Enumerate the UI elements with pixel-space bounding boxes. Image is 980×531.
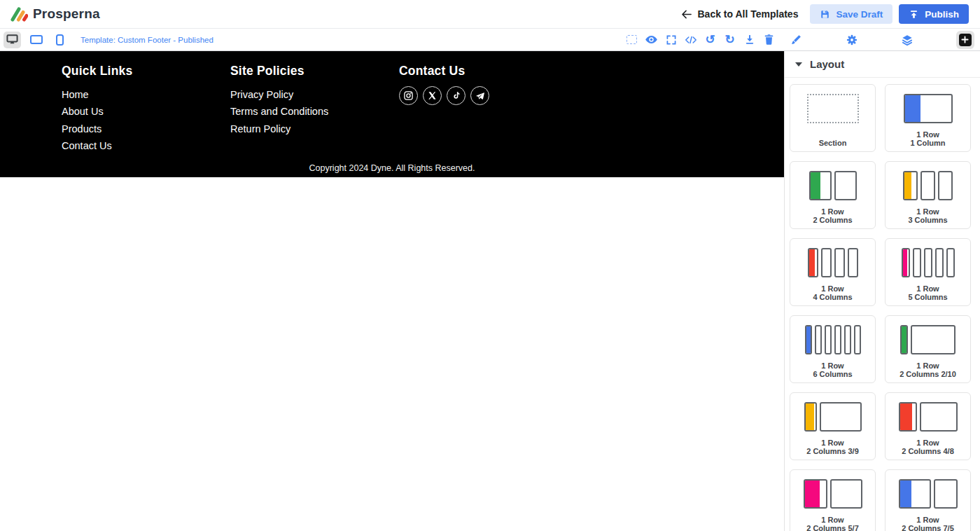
layout-card-label: Section: [819, 130, 847, 147]
column-accent-fill: [806, 404, 814, 430]
footer-heading: Contact Us: [399, 64, 568, 78]
column-rect: [920, 171, 935, 200]
brand-name: Prosperna: [33, 6, 100, 22]
footer-link[interactable]: Contact Us: [62, 137, 230, 154]
redo-icon[interactable]: ↻: [723, 33, 736, 46]
brush-icon[interactable]: [790, 33, 803, 46]
footer-link[interactable]: Privacy Policy: [230, 86, 399, 103]
layout-card-label: 1 Row2 Columns: [813, 207, 852, 224]
layout-card[interactable]: Section: [790, 84, 876, 152]
layout-sidebar: Layout Section1 Row1 Column1 Row2 Column…: [784, 51, 980, 531]
column-rect: [899, 402, 917, 432]
layout-card[interactable]: 1 Row3 Columns: [885, 161, 971, 229]
layout-thumbnail: [805, 324, 861, 356]
column-rect: [815, 325, 822, 354]
column-accent-fill: [811, 172, 820, 199]
layout-card[interactable]: 1 Row4 Columns: [790, 238, 876, 306]
template-status-label: Template: Custom Footer - Published: [80, 36, 214, 44]
layout-card[interactable]: 1 Row1 Column: [885, 84, 971, 152]
telegram-icon[interactable]: [470, 86, 489, 105]
publish-button[interactable]: Publish: [899, 4, 969, 24]
footer-link[interactable]: Terms and Conditions: [230, 103, 399, 120]
column-rect: [804, 479, 827, 509]
layout-thumbnail: [804, 401, 862, 433]
layout-section-header[interactable]: Layout: [785, 51, 980, 78]
column-rect: [902, 248, 910, 277]
marquee-select-icon[interactable]: [625, 33, 638, 46]
brand-logo: Prosperna: [10, 6, 100, 22]
column-rect: [899, 479, 931, 509]
footer-link[interactable]: Return Policy: [230, 120, 399, 137]
column-rect: [903, 171, 918, 200]
topbar: Prosperna Back to All Templates Save Dra…: [0, 0, 980, 29]
add-block-icon[interactable]: [956, 31, 974, 49]
footer-link[interactable]: About Us: [62, 103, 230, 120]
mobile-icon[interactable]: [51, 32, 69, 48]
layout-card[interactable]: 1 Row6 Columns: [790, 315, 876, 383]
save-draft-button[interactable]: Save Draft: [810, 4, 892, 24]
column-rect: [844, 325, 851, 354]
publish-label: Publish: [925, 9, 959, 20]
undo-icon[interactable]: ↺: [704, 33, 717, 46]
column-accent-fill: [806, 326, 811, 353]
column-accent-fill: [900, 481, 911, 507]
layout-card[interactable]: 1 Row5 Columns: [885, 238, 971, 306]
tiktok-icon[interactable]: [447, 86, 465, 105]
back-to-templates-link[interactable]: Back to All Templates: [680, 8, 799, 20]
footer-link[interactable]: Home: [62, 86, 230, 103]
x-icon[interactable]: [423, 86, 442, 105]
column-rect: [946, 248, 955, 277]
code-icon[interactable]: [684, 33, 697, 46]
fullscreen-icon[interactable]: [664, 33, 678, 46]
preview-eye-icon[interactable]: [645, 33, 658, 46]
layout-card[interactable]: 1 Row2 Columns 5/7: [790, 469, 876, 531]
publish-upload-icon: [909, 9, 919, 20]
trash-icon[interactable]: [762, 33, 776, 46]
column-rect: [900, 325, 908, 354]
column-rect: [820, 402, 862, 432]
column-rect: [913, 248, 921, 277]
footer-heading: Quick Links: [62, 64, 230, 78]
settings-gear-icon[interactable]: [845, 33, 858, 46]
footer-column: Quick LinksHomeAbout UsProductsContact U…: [62, 64, 230, 154]
desktop-icon[interactable]: [4, 32, 21, 48]
layout-thumbnail: [804, 478, 862, 510]
layout-card[interactable]: 1 Row2 Columns 3/9: [790, 392, 876, 460]
footer-column: Contact Us: [399, 64, 568, 154]
layers-icon[interactable]: [901, 33, 914, 46]
column-rect: [904, 94, 953, 123]
column-accent-fill: [805, 481, 820, 507]
layout-card-label: 1 Row2 Columns 4/8: [902, 439, 954, 455]
layout-thumbnail: [903, 170, 953, 202]
layout-card[interactable]: 1 Row2 Columns 7/5: [885, 469, 971, 531]
footer-section-preview[interactable]: Quick LinksHomeAbout UsProductsContact U…: [0, 51, 784, 177]
layout-card[interactable]: 1 Row2 Columns 4/8: [885, 392, 971, 460]
column-rect: [834, 248, 845, 277]
layout-card-label: 1 Row3 Columns: [908, 207, 947, 224]
column-accent-fill: [905, 95, 920, 122]
layout-cards-grid: Section1 Row1 Column1 Row2 Columns1 Row3…: [785, 78, 980, 531]
layout-thumbnail: [899, 401, 958, 433]
save-floppy-icon: [820, 9, 830, 20]
column-rect: [834, 171, 857, 200]
layout-thumbnail: [809, 170, 857, 202]
layout-card-label: 1 Row2 Columns 7/5: [902, 516, 954, 531]
layout-card[interactable]: 1 Row2 Columns 2/10: [885, 315, 971, 383]
column-rect: [825, 325, 832, 354]
footer-link[interactable]: Products: [62, 120, 230, 137]
layout-card-label: 1 Row6 Columns: [813, 361, 852, 378]
instagram-icon[interactable]: [399, 86, 418, 105]
column-accent-fill: [903, 249, 907, 276]
layout-card-label: 1 Row4 Columns: [813, 284, 852, 301]
chevron-down-icon: [795, 62, 802, 67]
column-rect: [920, 402, 958, 432]
layout-card[interactable]: 1 Row2 Columns: [790, 161, 876, 229]
column-rect: [848, 248, 858, 277]
layout-card-label: 1 Row1 Column: [910, 130, 945, 147]
editor-toolbar: Template: Custom Footer - Published ↺ ↻: [0, 29, 980, 51]
column-rect: [808, 248, 818, 277]
column-rect: [834, 325, 841, 354]
tablet-icon[interactable]: [27, 32, 45, 48]
column-accent-fill: [902, 326, 908, 353]
import-icon[interactable]: [743, 33, 756, 46]
